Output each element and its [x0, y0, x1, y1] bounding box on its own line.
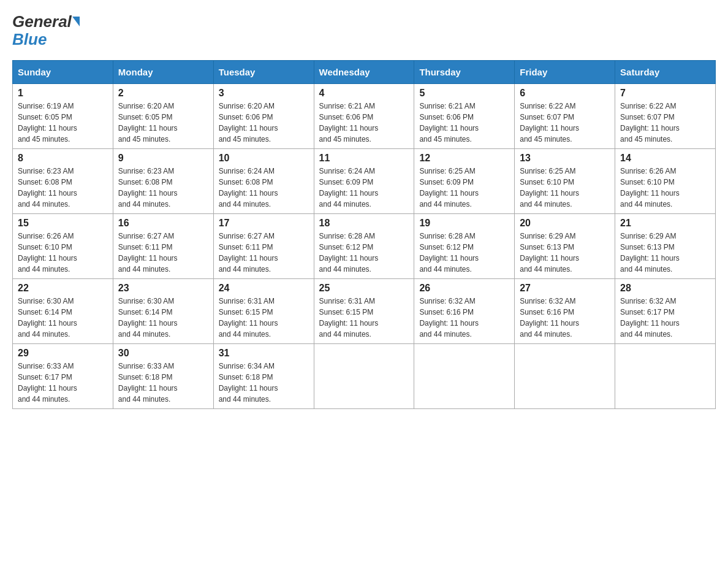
calendar-cell — [414, 344, 515, 409]
day-number: 2 — [118, 88, 208, 99]
calendar-cell: 24 Sunrise: 6:31 AM Sunset: 6:15 PM Dayl… — [213, 279, 314, 344]
day-number: 6 — [520, 88, 610, 99]
day-number: 26 — [419, 283, 509, 294]
calendar-cell: 17 Sunrise: 6:27 AM Sunset: 6:11 PM Dayl… — [213, 214, 314, 279]
calendar-cell: 11 Sunrise: 6:24 AM Sunset: 6:09 PM Dayl… — [314, 149, 414, 214]
calendar-cell: 6 Sunrise: 6:22 AM Sunset: 6:07 PM Dayli… — [515, 84, 615, 149]
calendar-cell: 13 Sunrise: 6:25 AM Sunset: 6:10 PM Dayl… — [515, 149, 615, 214]
day-info: Sunrise: 6:28 AM Sunset: 6:12 PM Dayligh… — [419, 231, 509, 275]
calendar-cell: 27 Sunrise: 6:32 AM Sunset: 6:16 PM Dayl… — [515, 279, 615, 344]
logo-blue-text: Blue — [12, 30, 80, 49]
day-number: 23 — [118, 283, 208, 294]
day-number: 1 — [18, 88, 108, 99]
day-info: Sunrise: 6:30 AM Sunset: 6:14 PM Dayligh… — [118, 296, 208, 340]
calendar-header-friday: Friday — [515, 61, 615, 84]
day-number: 16 — [118, 218, 208, 229]
day-info: Sunrise: 6:32 AM Sunset: 6:16 PM Dayligh… — [419, 296, 509, 340]
calendar-cell: 10 Sunrise: 6:24 AM Sunset: 6:08 PM Dayl… — [213, 149, 314, 214]
day-number: 30 — [118, 348, 208, 359]
calendar-cell: 20 Sunrise: 6:29 AM Sunset: 6:13 PM Dayl… — [515, 214, 615, 279]
day-number: 27 — [520, 283, 610, 294]
calendar-header-saturday: Saturday — [615, 61, 716, 84]
page-header: General Blue — [12, 12, 716, 49]
day-number: 17 — [219, 218, 309, 229]
calendar-header-monday: Monday — [113, 61, 213, 84]
day-info: Sunrise: 6:28 AM Sunset: 6:12 PM Dayligh… — [319, 231, 409, 275]
calendar-table: SundayMondayTuesdayWednesdayThursdayFrid… — [12, 60, 716, 409]
day-number: 4 — [319, 88, 409, 99]
day-number: 5 — [419, 88, 509, 99]
day-number: 20 — [520, 218, 610, 229]
calendar-header-sunday: Sunday — [13, 61, 113, 84]
logo: General Blue — [12, 12, 80, 49]
day-info: Sunrise: 6:31 AM Sunset: 6:15 PM Dayligh… — [219, 296, 309, 340]
calendar-week-row: 1 Sunrise: 6:19 AM Sunset: 6:05 PM Dayli… — [13, 84, 716, 149]
day-number: 31 — [219, 348, 309, 359]
calendar-week-row: 22 Sunrise: 6:30 AM Sunset: 6:14 PM Dayl… — [13, 279, 716, 344]
logo-triangle-icon — [72, 17, 80, 26]
day-number: 24 — [219, 283, 309, 294]
calendar-cell: 26 Sunrise: 6:32 AM Sunset: 6:16 PM Dayl… — [414, 279, 515, 344]
day-info: Sunrise: 6:25 AM Sunset: 6:09 PM Dayligh… — [419, 166, 509, 210]
day-number: 9 — [118, 153, 208, 164]
calendar-header-thursday: Thursday — [414, 61, 515, 84]
day-info: Sunrise: 6:24 AM Sunset: 6:08 PM Dayligh… — [219, 166, 309, 210]
day-info: Sunrise: 6:22 AM Sunset: 6:07 PM Dayligh… — [520, 101, 610, 145]
calendar-cell: 19 Sunrise: 6:28 AM Sunset: 6:12 PM Dayl… — [414, 214, 515, 279]
day-info: Sunrise: 6:20 AM Sunset: 6:05 PM Dayligh… — [118, 101, 208, 145]
day-number: 14 — [620, 153, 710, 164]
day-info: Sunrise: 6:20 AM Sunset: 6:06 PM Dayligh… — [219, 101, 309, 145]
day-number: 22 — [18, 283, 108, 294]
calendar-cell: 25 Sunrise: 6:31 AM Sunset: 6:15 PM Dayl… — [314, 279, 414, 344]
calendar-cell: 1 Sunrise: 6:19 AM Sunset: 6:05 PM Dayli… — [13, 84, 113, 149]
calendar-cell: 21 Sunrise: 6:29 AM Sunset: 6:13 PM Dayl… — [615, 214, 716, 279]
day-info: Sunrise: 6:34 AM Sunset: 6:18 PM Dayligh… — [219, 361, 309, 405]
day-number: 12 — [419, 153, 509, 164]
calendar-cell: 8 Sunrise: 6:23 AM Sunset: 6:08 PM Dayli… — [13, 149, 113, 214]
day-info: Sunrise: 6:33 AM Sunset: 6:18 PM Dayligh… — [118, 361, 208, 405]
calendar-cell: 31 Sunrise: 6:34 AM Sunset: 6:18 PM Dayl… — [213, 344, 314, 409]
day-info: Sunrise: 6:22 AM Sunset: 6:07 PM Dayligh… — [620, 101, 710, 145]
calendar-cell: 14 Sunrise: 6:26 AM Sunset: 6:10 PM Dayl… — [615, 149, 716, 214]
calendar-cell: 28 Sunrise: 6:32 AM Sunset: 6:17 PM Dayl… — [615, 279, 716, 344]
day-number: 8 — [18, 153, 108, 164]
day-info: Sunrise: 6:32 AM Sunset: 6:16 PM Dayligh… — [520, 296, 610, 340]
calendar-cell: 16 Sunrise: 6:27 AM Sunset: 6:11 PM Dayl… — [113, 214, 213, 279]
day-info: Sunrise: 6:33 AM Sunset: 6:17 PM Dayligh… — [18, 361, 108, 405]
day-info: Sunrise: 6:27 AM Sunset: 6:11 PM Dayligh… — [118, 231, 208, 275]
calendar-cell: 12 Sunrise: 6:25 AM Sunset: 6:09 PM Dayl… — [414, 149, 515, 214]
day-info: Sunrise: 6:31 AM Sunset: 6:15 PM Dayligh… — [319, 296, 409, 340]
calendar-header-tuesday: Tuesday — [213, 61, 314, 84]
day-info: Sunrise: 6:21 AM Sunset: 6:06 PM Dayligh… — [319, 101, 409, 145]
day-number: 11 — [319, 153, 409, 164]
day-number: 21 — [620, 218, 710, 229]
calendar-header-wednesday: Wednesday — [314, 61, 414, 84]
calendar-cell: 15 Sunrise: 6:26 AM Sunset: 6:10 PM Dayl… — [13, 214, 113, 279]
day-number: 18 — [319, 218, 409, 229]
day-info: Sunrise: 6:29 AM Sunset: 6:13 PM Dayligh… — [620, 231, 710, 275]
day-info: Sunrise: 6:29 AM Sunset: 6:13 PM Dayligh… — [520, 231, 610, 275]
day-info: Sunrise: 6:19 AM Sunset: 6:05 PM Dayligh… — [18, 101, 108, 145]
day-info: Sunrise: 6:25 AM Sunset: 6:10 PM Dayligh… — [520, 166, 610, 210]
calendar-cell — [314, 344, 414, 409]
day-number: 7 — [620, 88, 710, 99]
calendar-cell: 18 Sunrise: 6:28 AM Sunset: 6:12 PM Dayl… — [314, 214, 414, 279]
calendar-week-row: 8 Sunrise: 6:23 AM Sunset: 6:08 PM Dayli… — [13, 149, 716, 214]
day-info: Sunrise: 6:27 AM Sunset: 6:11 PM Dayligh… — [219, 231, 309, 275]
day-number: 25 — [319, 283, 409, 294]
day-number: 13 — [520, 153, 610, 164]
calendar-cell: 2 Sunrise: 6:20 AM Sunset: 6:05 PM Dayli… — [113, 84, 213, 149]
calendar-header-row: SundayMondayTuesdayWednesdayThursdayFrid… — [13, 61, 716, 84]
day-info: Sunrise: 6:23 AM Sunset: 6:08 PM Dayligh… — [18, 166, 108, 210]
day-number: 19 — [419, 218, 509, 229]
calendar-cell: 9 Sunrise: 6:23 AM Sunset: 6:08 PM Dayli… — [113, 149, 213, 214]
day-info: Sunrise: 6:21 AM Sunset: 6:06 PM Dayligh… — [419, 101, 509, 145]
logo-general-text: General — [12, 12, 72, 31]
calendar-week-row: 15 Sunrise: 6:26 AM Sunset: 6:10 PM Dayl… — [13, 214, 716, 279]
calendar-cell: 5 Sunrise: 6:21 AM Sunset: 6:06 PM Dayli… — [414, 84, 515, 149]
day-info: Sunrise: 6:24 AM Sunset: 6:09 PM Dayligh… — [319, 166, 409, 210]
calendar-cell — [615, 344, 716, 409]
calendar-cell: 4 Sunrise: 6:21 AM Sunset: 6:06 PM Dayli… — [314, 84, 414, 149]
calendar-week-row: 29 Sunrise: 6:33 AM Sunset: 6:17 PM Dayl… — [13, 344, 716, 409]
day-number: 3 — [219, 88, 309, 99]
